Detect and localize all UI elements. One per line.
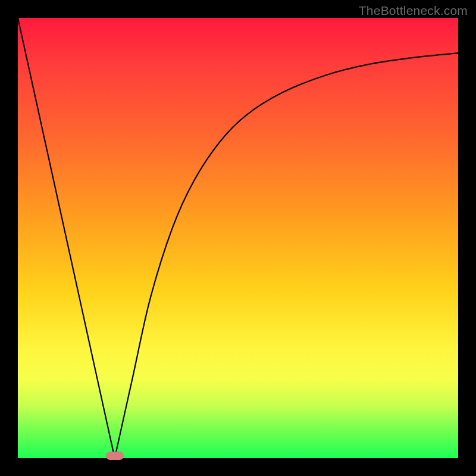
watermark-text: TheBottleneck.com <box>359 4 468 18</box>
plot-area <box>18 18 458 458</box>
bottleneck-curve <box>18 18 458 458</box>
chart-frame: TheBottleneck.com <box>0 0 476 476</box>
optimal-point-marker <box>106 452 124 460</box>
